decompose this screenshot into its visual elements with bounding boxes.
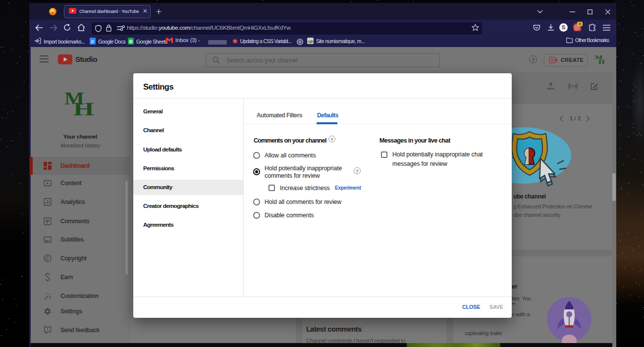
svg-text:cgb: cgb <box>308 40 313 44</box>
